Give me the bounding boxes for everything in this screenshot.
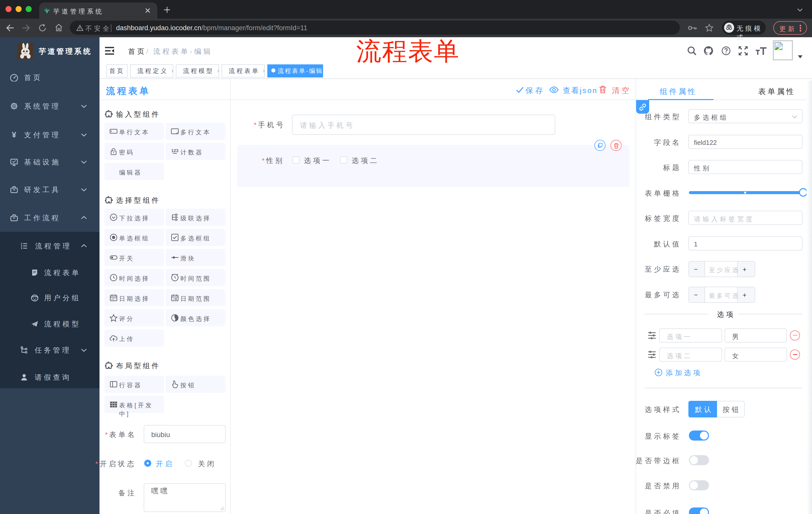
- svg-text:123: 123: [171, 148, 178, 153]
- svg-text:¥: ¥: [12, 131, 16, 139]
